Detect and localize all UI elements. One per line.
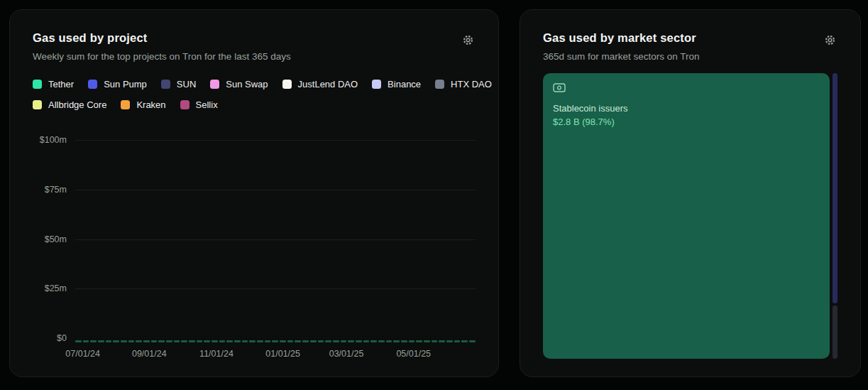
x-tick-mark bbox=[242, 340, 248, 342]
legend-label: HTX DAO bbox=[451, 79, 492, 90]
legend-label: Allbridge Core bbox=[48, 99, 106, 110]
x-tick-mark bbox=[98, 340, 104, 342]
treemap-slice-label: Stablecoin issuers bbox=[553, 103, 820, 114]
legend-item-htx-dao[interactable]: HTX DAO bbox=[435, 79, 492, 90]
legend-label: Tether bbox=[48, 79, 74, 90]
x-tick-mark bbox=[393, 340, 400, 342]
y-axis-label: $0 bbox=[57, 333, 67, 343]
x-tick-mark bbox=[181, 340, 187, 342]
x-tick-mark bbox=[370, 340, 377, 342]
x-tick-mark bbox=[113, 340, 119, 342]
legend-item-sellix[interactable]: Sellix bbox=[180, 99, 218, 110]
x-tick-mark bbox=[446, 340, 453, 342]
settings-gear-icon[interactable] bbox=[461, 33, 476, 48]
x-tick-mark bbox=[226, 340, 233, 342]
gridline bbox=[75, 239, 476, 240]
treemap-slice-value: $2.8 B (98.7%) bbox=[553, 117, 820, 127]
gridline bbox=[75, 140, 476, 141]
x-tick-mark bbox=[197, 340, 203, 342]
x-tick-mark bbox=[454, 340, 461, 342]
legend-swatch bbox=[33, 80, 42, 89]
legend-swatch bbox=[33, 100, 42, 109]
legend-swatch bbox=[282, 80, 292, 89]
legend-label: Kraken bbox=[136, 99, 165, 110]
y-axis-label: $100m bbox=[40, 135, 67, 145]
legend-item-sun[interactable]: SUN bbox=[161, 79, 196, 90]
x-tick-mark bbox=[348, 340, 354, 342]
x-tick-mark bbox=[401, 340, 407, 342]
stacked-bar-chart: $100m$75m$50m$25m$0 07/01/2409/01/2411/0… bbox=[33, 140, 476, 362]
x-tick-mark bbox=[461, 340, 468, 342]
legend-label: Sun Swap bbox=[226, 79, 268, 90]
card-title: Gas used by project bbox=[33, 31, 291, 45]
legend-label: JustLend DAO bbox=[298, 79, 358, 90]
x-axis-label: 07/01/24 bbox=[65, 349, 100, 359]
x-tick-mark bbox=[106, 340, 112, 342]
card-header: Gas used by market sector 365d sum for m… bbox=[543, 31, 837, 62]
gas-by-market-sector-card: Gas used by market sector 365d sum for m… bbox=[520, 9, 861, 377]
x-tick-mark bbox=[219, 340, 226, 342]
legend-item-sun-pump[interactable]: Sun Pump bbox=[88, 79, 147, 90]
x-tick-mark bbox=[83, 340, 89, 342]
treemap-slice-small-2[interactable] bbox=[833, 305, 837, 359]
legend-label: Binance bbox=[388, 79, 421, 90]
x-axis-ticks bbox=[75, 340, 476, 342]
x-tick-mark bbox=[280, 340, 286, 342]
x-tick-mark bbox=[121, 340, 127, 342]
card-subtitle: Weekly sum for the top projects on Tron … bbox=[33, 51, 291, 62]
legend-item-kraken[interactable]: Kraken bbox=[121, 99, 165, 110]
x-tick-mark bbox=[356, 340, 362, 342]
x-tick-mark bbox=[341, 340, 347, 342]
treemap-side-column bbox=[833, 73, 837, 359]
x-tick-mark bbox=[166, 340, 172, 342]
legend-swatch bbox=[180, 100, 189, 109]
legend-item-allbridge-core[interactable]: Allbridge Core bbox=[33, 99, 106, 110]
x-tick-mark bbox=[363, 340, 370, 342]
legend-label: SUN bbox=[177, 79, 196, 90]
x-tick-mark bbox=[265, 340, 271, 342]
legend-swatch bbox=[372, 80, 381, 89]
x-tick-mark bbox=[174, 340, 180, 342]
x-axis-label: 05/01/25 bbox=[396, 349, 431, 359]
legend-label: Sun Pump bbox=[104, 79, 147, 90]
legend-item-tether[interactable]: Tether bbox=[33, 79, 74, 90]
x-tick-mark bbox=[272, 340, 278, 342]
x-tick-mark bbox=[287, 340, 294, 342]
x-tick-mark bbox=[469, 340, 476, 342]
plot-area bbox=[75, 140, 476, 338]
gridline bbox=[75, 190, 476, 190]
y-axis-label: $25m bbox=[45, 283, 67, 293]
x-axis-label: 09/01/24 bbox=[132, 349, 167, 359]
x-tick-mark bbox=[409, 340, 415, 342]
x-tick-mark bbox=[158, 340, 165, 342]
x-tick-mark bbox=[333, 340, 339, 342]
banknote-icon bbox=[553, 82, 566, 94]
x-tick-mark bbox=[143, 340, 150, 342]
y-axis-label: $75m bbox=[45, 185, 67, 195]
x-tick-mark bbox=[325, 340, 331, 342]
x-tick-mark bbox=[318, 340, 324, 342]
legend-item-sun-swap[interactable]: Sun Swap bbox=[210, 79, 268, 90]
x-tick-mark bbox=[136, 340, 142, 342]
gas-by-project-card: Gas used by project Weekly sum for the t… bbox=[9, 9, 499, 377]
chart-legend: TetherSun PumpSUNSun SwapJustLend DAOBin… bbox=[33, 79, 501, 110]
x-tick-mark bbox=[90, 340, 97, 342]
x-tick-mark bbox=[151, 340, 158, 342]
legend-swatch bbox=[121, 100, 130, 109]
gridline bbox=[75, 288, 476, 289]
legend-item-justlend-dao[interactable]: JustLend DAO bbox=[282, 79, 358, 90]
treemap-slice-stablecoin-issuers[interactable]: Stablecoin issuers $2.8 B (98.7%) bbox=[543, 73, 830, 359]
x-tick-mark bbox=[424, 340, 430, 342]
card-subtitle: 365d sum for market sectors on Tron bbox=[543, 51, 700, 62]
settings-gear-icon[interactable] bbox=[823, 33, 837, 48]
x-tick-mark bbox=[211, 340, 218, 342]
x-tick-mark bbox=[302, 340, 309, 342]
treemap: Stablecoin issuers $2.8 B (98.7%) bbox=[543, 73, 837, 359]
x-tick-mark bbox=[249, 340, 256, 342]
legend-item-binance[interactable]: Binance bbox=[372, 79, 421, 90]
treemap-slice-small-1[interactable] bbox=[833, 73, 837, 303]
card-header: Gas used by project Weekly sum for the t… bbox=[33, 31, 476, 62]
x-tick-mark bbox=[257, 340, 263, 342]
legend-swatch bbox=[210, 80, 219, 89]
legend-label: Sellix bbox=[196, 99, 218, 110]
